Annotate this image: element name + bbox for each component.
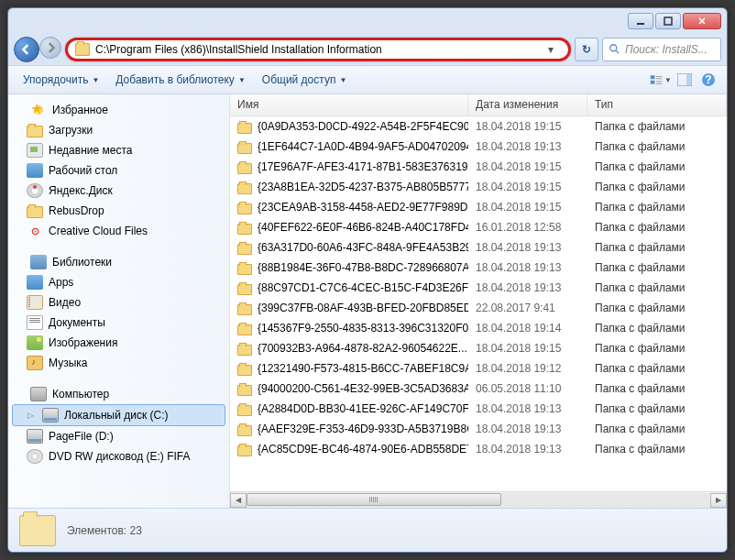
sidebar-item[interactable]: Недавние места: [8, 140, 229, 160]
folder-icon: [237, 445, 252, 456]
folder-icon: [237, 324, 252, 335]
sidebar-group-header[interactable]: Библиотеки: [8, 252, 229, 272]
file-name: {145367F9-2550-4835-8313-396C31320F0D}: [258, 322, 468, 335]
sidebar-item[interactable]: Яндекс.Диск: [8, 181, 229, 201]
sidebar-item[interactable]: Видео: [8, 292, 229, 313]
list-item[interactable]: {0A9DA353-D0CD-4922-A54B-2F5F4EC90... 18…: [230, 116, 727, 137]
scroll-track[interactable]: [247, 493, 710, 508]
list-item[interactable]: {63A317D0-60A6-43FC-848A-9FE4A53B29... 1…: [230, 237, 727, 258]
address-field[interactable]: C:\Program Files (x86)\InstallShield Ins…: [65, 38, 571, 61]
file-name: {12321490-F573-4815-B6CC-7ABEF18C9A...: [258, 362, 468, 375]
sidebar-item[interactable]: Рабочий стол: [8, 160, 229, 181]
sidebar-item-label: DVD RW дисковод (E:) FIFA: [49, 450, 191, 463]
file-date: 18.04.2018 19:13: [468, 239, 587, 256]
sidebar-item-label: Загрузки: [49, 124, 93, 137]
sidebar-group-header[interactable]: Компьютер: [8, 384, 229, 404]
organize-menu[interactable]: Упорядочить▼: [16, 70, 106, 90]
sidebar-item-label: Creative Cloud Files: [49, 225, 148, 237]
file-date: 18.04.2018 19:13: [468, 441, 587, 457]
file-type: Папка с файлами: [587, 441, 727, 457]
file-date: 16.01.2018 12:58: [468, 219, 587, 236]
file-name: {AC85CD9E-BC46-4874-90E6-ADB558DE7...: [258, 443, 468, 456]
list-item[interactable]: {23CEA9AB-3158-4458-AED2-9E77F989D5... 1…: [230, 197, 727, 217]
sidebar-item[interactable]: Изображения: [8, 333, 229, 353]
column-type[interactable]: Тип: [587, 94, 727, 115]
sidebar-item[interactable]: ▷Локальный диск (C:): [12, 404, 225, 426]
list-item[interactable]: {17E96A7F-AFE3-4171-87B1-583E376319E8} 1…: [230, 157, 727, 177]
sidebar-item[interactable]: ⊙Creative Cloud Files: [8, 221, 229, 241]
sidebar-item[interactable]: Документы: [8, 313, 229, 333]
address-path: C:\Program Files (x86)\InstallShield Ins…: [95, 43, 543, 56]
file-date: 18.04.2018 19:12: [468, 360, 587, 377]
list-item[interactable]: {399C37FB-08AF-493B-BFED-20FBD85ED... 22…: [230, 298, 727, 318]
file-name: {AAEF329E-F353-46D9-933D-A5B3719B8C...: [258, 423, 468, 435]
ico-apps-icon: [27, 275, 43, 290]
folder-icon: [237, 163, 252, 174]
folder-icon: [237, 264, 252, 275]
sidebar-item[interactable]: DVD RW дисковод (E:) FIFA: [8, 446, 229, 467]
list-item[interactable]: {700932B3-A964-4878-82A2-96054622E... 18…: [230, 338, 727, 358]
scroll-right-button[interactable]: ▶: [710, 493, 727, 508]
share-menu[interactable]: Общий доступ▼: [255, 70, 355, 90]
list-item[interactable]: {40FEF622-6E0F-46B6-824B-A40C178FD4... 1…: [230, 217, 727, 237]
file-date: 18.04.2018 19:15: [468, 118, 587, 135]
refresh-button[interactable]: ↻: [575, 38, 598, 61]
sidebar-item-label: Яндекс.Диск: [49, 184, 113, 197]
ico-dvd-icon: [27, 449, 43, 464]
help-button[interactable]: ?: [697, 69, 719, 91]
search-input[interactable]: Поиск: InstallS...: [602, 38, 721, 61]
list-item[interactable]: {23A8B1EA-32D5-4237-B375-AB805B5777... 1…: [230, 177, 727, 197]
file-name: {A2884D0D-BB30-41EE-926C-AF149C70F...: [258, 402, 468, 415]
column-date[interactable]: Дата изменения: [468, 94, 587, 115]
svg-rect-0: [637, 23, 644, 25]
scroll-thumb[interactable]: [247, 493, 501, 506]
svg-rect-10: [686, 74, 691, 85]
ico-ydisk-icon: [27, 183, 43, 198]
sidebar-item[interactable]: RebusDrop: [8, 201, 229, 221]
svg-rect-8: [656, 83, 662, 84]
view-options-button[interactable]: ▼: [650, 69, 672, 91]
sidebar-item[interactable]: Музыка: [8, 353, 229, 373]
list-item[interactable]: {94000200-C561-4E32-99EB-3C5AD3683A... 0…: [230, 379, 727, 399]
file-type: Папка с файлами: [587, 360, 727, 377]
navigation-pane: ИзбранноеЗагрузкиНедавние местаРабочий с…: [8, 94, 230, 508]
svg-rect-7: [656, 82, 662, 82]
list-item[interactable]: {A2884D0D-BB30-41EE-926C-AF149C70F... 18…: [230, 399, 727, 419]
folder-icon: [237, 385, 252, 396]
list-item[interactable]: {1EF644C7-1A0D-4B94-9AF5-AD04702094... 1…: [230, 137, 727, 157]
sidebar-item-label: Видео: [49, 296, 81, 309]
maximize-button[interactable]: [655, 13, 681, 29]
chevron-down-icon[interactable]: ▾: [548, 43, 561, 56]
minimize-button[interactable]: [628, 13, 653, 29]
file-name: {40FEF622-6E0F-46B6-824B-A40C178FD4...: [258, 221, 468, 234]
list-item[interactable]: {145367F9-2550-4835-8313-396C31320F0D} 1…: [230, 318, 727, 338]
sidebar-group-header[interactable]: Избранное: [8, 100, 229, 120]
folder-icon: [237, 365, 252, 376]
sidebar-item[interactable]: Apps: [8, 272, 229, 292]
list-item[interactable]: {12321490-F573-4815-B6CC-7ABEF18C9A... 1…: [230, 358, 727, 379]
sidebar-item-label: Локальный диск (C:): [64, 409, 169, 422]
horizontal-scrollbar[interactable]: ◀ ▶: [230, 491, 727, 508]
file-date: 18.04.2018 19:15: [468, 179, 587, 195]
list-item[interactable]: {AC85CD9E-BC46-4874-90E6-ADB558DE7... 18…: [230, 439, 727, 459]
addressbar: C:\Program Files (x86)\InstallShield Ins…: [8, 34, 727, 65]
preview-pane-button[interactable]: [674, 69, 696, 91]
file-type: Папка с файлами: [587, 320, 727, 336]
list-item[interactable]: {88C97CD1-C7C6-4CEC-B15C-F4D3E26F6... 18…: [230, 278, 727, 298]
file-type: Папка с файлами: [587, 138, 727, 155]
titlebar: [8, 8, 727, 34]
folder-icon: [237, 345, 252, 356]
folder-icon: [237, 123, 252, 134]
sidebar-item[interactable]: Загрузки: [8, 120, 229, 140]
sidebar-item[interactable]: PageFile (D:): [8, 426, 229, 446]
forward-button[interactable]: [39, 37, 61, 59]
file-name: {88B1984E-36F0-47B8-B8DC-728966807A...: [258, 261, 468, 274]
scroll-left-button[interactable]: ◀: [230, 493, 247, 508]
back-button[interactable]: [14, 37, 39, 62]
list-item[interactable]: {88B1984E-36F0-47B8-B8DC-728966807A... 1…: [230, 258, 727, 278]
close-button[interactable]: [683, 13, 721, 29]
include-library-menu[interactable]: Добавить в библиотеку▼: [108, 70, 252, 90]
file-date: 18.04.2018 19:13: [468, 280, 587, 296]
list-item[interactable]: {AAEF329E-F353-46D9-933D-A5B3719B8C... 1…: [230, 419, 727, 439]
column-name[interactable]: Имя: [230, 94, 468, 115]
